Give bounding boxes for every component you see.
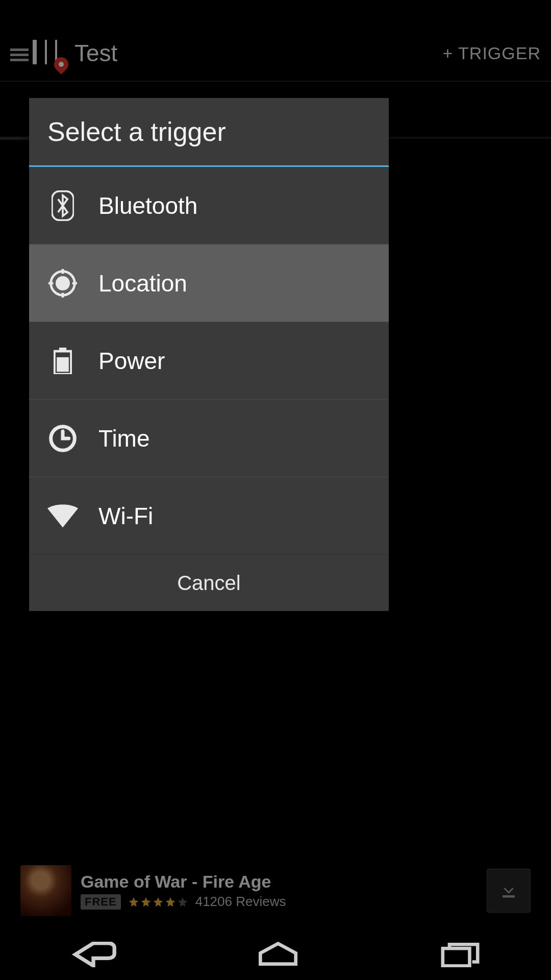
trigger-option-label: Bluetooth bbox=[98, 192, 197, 219]
dialog-title: Select a trigger bbox=[29, 98, 389, 167]
bluetooth-icon bbox=[47, 190, 78, 221]
svg-rect-14 bbox=[442, 948, 469, 966]
trigger-option-label: Time bbox=[98, 425, 150, 452]
ad-thumbnail bbox=[20, 865, 71, 916]
app-icon bbox=[33, 37, 65, 69]
rating-stars bbox=[128, 896, 188, 908]
select-trigger-dialog: Select a trigger Bluetooth Location Powe… bbox=[29, 98, 389, 611]
menu-icon[interactable] bbox=[10, 46, 29, 60]
svg-rect-8 bbox=[72, 282, 77, 284]
ad-banner[interactable]: Game of War - Fire Age FREE 41206 Review… bbox=[20, 865, 531, 916]
trigger-option-time[interactable]: Time bbox=[29, 400, 389, 477]
action-bar: Test + TRIGGER bbox=[0, 26, 551, 82]
svg-rect-13 bbox=[503, 895, 515, 898]
trigger-option-wifi[interactable]: Wi-Fi bbox=[29, 477, 389, 555]
add-trigger-button[interactable]: + TRIGGER bbox=[442, 43, 541, 63]
download-button[interactable] bbox=[487, 869, 531, 913]
wifi-icon bbox=[47, 501, 78, 531]
svg-rect-11 bbox=[57, 357, 69, 371]
ad-title: Game of War - Fire Age bbox=[81, 872, 478, 892]
ad-review-count: 41206 Reviews bbox=[195, 894, 286, 910]
trigger-option-label: Location bbox=[98, 270, 187, 297]
svg-rect-5 bbox=[62, 269, 64, 274]
battery-icon bbox=[47, 346, 78, 376]
system-nav-bar bbox=[0, 931, 551, 980]
trigger-option-location[interactable]: Location bbox=[29, 244, 389, 322]
recent-apps-button[interactable] bbox=[440, 942, 481, 969]
trigger-option-label: Power bbox=[98, 347, 165, 375]
trigger-option-bluetooth[interactable]: Bluetooth bbox=[29, 167, 389, 244]
svg-rect-6 bbox=[62, 292, 64, 297]
trigger-option-label: Wi-Fi bbox=[98, 502, 153, 530]
svg-point-3 bbox=[56, 276, 70, 290]
ad-text-block: Game of War - Fire Age FREE 41206 Review… bbox=[81, 872, 478, 910]
price-badge: FREE bbox=[81, 894, 121, 910]
location-icon bbox=[47, 268, 78, 299]
svg-rect-7 bbox=[48, 282, 53, 284]
clock-icon bbox=[47, 423, 78, 454]
home-button[interactable] bbox=[258, 942, 298, 969]
page-title: Test bbox=[74, 39, 442, 67]
trigger-option-power[interactable]: Power bbox=[29, 322, 389, 400]
back-button[interactable] bbox=[70, 942, 116, 969]
cancel-button[interactable]: Cancel bbox=[29, 555, 389, 611]
